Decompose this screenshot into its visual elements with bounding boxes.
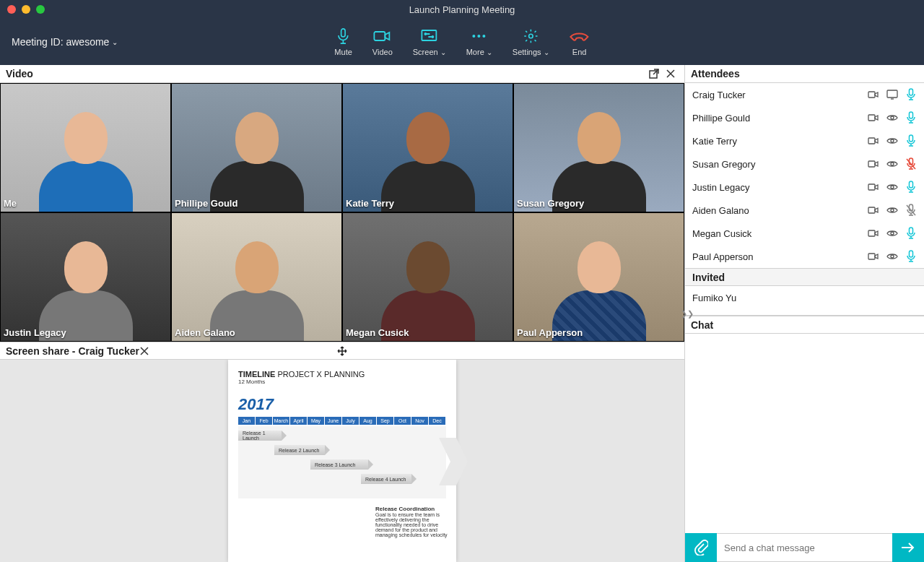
screen-icon[interactable] bbox=[886, 89, 898, 100]
attendee-status-icons bbox=[868, 204, 917, 216]
svg-rect-19 bbox=[868, 161, 875, 167]
attendee-row[interactable]: Susan Gregory bbox=[685, 152, 924, 176]
chat-header: Chat bbox=[685, 316, 924, 334]
eye-icon[interactable] bbox=[886, 181, 898, 193]
popout-button[interactable] bbox=[645, 68, 663, 79]
more-label: More ⌄ bbox=[466, 48, 492, 56]
invited-row[interactable]: Fumiko Yu bbox=[685, 286, 924, 309]
slide-subtitle: 12 Months bbox=[238, 379, 446, 385]
tile-name: Susan Gregory bbox=[517, 198, 584, 209]
video-tile[interactable]: Me bbox=[0, 83, 171, 212]
attendee-status-icons bbox=[868, 181, 917, 193]
video-tile[interactable]: Justin Legacy bbox=[0, 212, 171, 342]
camera-icon[interactable] bbox=[868, 135, 879, 147]
eye-icon[interactable] bbox=[886, 228, 898, 239]
eye-icon[interactable] bbox=[886, 112, 898, 124]
arrow-right-icon bbox=[900, 541, 916, 554]
eye-icon[interactable] bbox=[886, 204, 898, 216]
video-tile[interactable]: Susan Gregory bbox=[513, 83, 684, 212]
video-button[interactable]: Video bbox=[372, 27, 393, 56]
svg-rect-0 bbox=[341, 29, 346, 37]
video-tile[interactable]: Aiden Galano bbox=[171, 212, 342, 342]
close-share-button[interactable] bbox=[139, 346, 149, 356]
camera-icon[interactable] bbox=[868, 181, 879, 193]
attendee-row[interactable]: Craig Tucker bbox=[685, 83, 924, 106]
attendee-name: Justin Legacy bbox=[692, 182, 868, 193]
attendees-header-label: Attendees bbox=[691, 68, 740, 79]
attach-button[interactable] bbox=[685, 533, 717, 562]
attendee-row[interactable]: Megan Cusick bbox=[685, 222, 924, 245]
invited-header-label: Invited bbox=[692, 272, 725, 283]
release-coordination-text: Release Coordination Goal is to ensure t… bbox=[375, 506, 455, 537]
attendee-row[interactable]: Paul Apperson bbox=[685, 245, 924, 268]
mic-on-icon[interactable] bbox=[905, 181, 917, 193]
camera-icon[interactable] bbox=[868, 228, 879, 239]
panel-splitter[interactable]: ❯❯ bbox=[681, 309, 694, 319]
attendee-name: Aiden Galano bbox=[692, 205, 868, 216]
svg-point-6 bbox=[478, 35, 481, 38]
camera-icon[interactable] bbox=[868, 112, 879, 124]
close-window-button[interactable] bbox=[7, 5, 16, 14]
attendee-status-icons bbox=[868, 89, 917, 100]
camera-icon[interactable] bbox=[868, 204, 879, 216]
month-cell: Dec bbox=[429, 417, 446, 425]
gear-icon bbox=[523, 27, 539, 45]
share-header-label: Screen share - Craig Tucker bbox=[6, 345, 139, 357]
send-button[interactable] bbox=[892, 533, 924, 562]
attendee-status-icons bbox=[868, 135, 917, 147]
tile-name: Katie Terry bbox=[346, 198, 394, 209]
video-tile[interactable]: Phillipe Gould bbox=[171, 83, 342, 212]
mic-muted-icon[interactable] bbox=[905, 204, 917, 216]
svg-rect-33 bbox=[910, 251, 913, 257]
gantt-bar: Release 2 Launch bbox=[274, 445, 325, 455]
month-cell: Oct bbox=[394, 417, 411, 425]
more-button[interactable]: More ⌄ bbox=[466, 27, 492, 56]
shared-slide: TIMELINE PROJECT X PLANNING 12 Months 20… bbox=[228, 360, 456, 562]
video-tile[interactable]: Katie Terry bbox=[342, 83, 513, 212]
mic-on-icon[interactable] bbox=[905, 228, 917, 239]
mic-on-icon[interactable] bbox=[905, 135, 917, 147]
video-grid: Me Phillipe Gould Katie Terry Susan Greg… bbox=[0, 83, 684, 342]
attendee-row[interactable]: Phillipe Gould bbox=[685, 106, 924, 129]
slide-year: 2017 bbox=[238, 395, 446, 414]
meeting-id-dropdown[interactable]: Meeting ID: awesome ⌄ bbox=[12, 36, 118, 48]
close-section-button[interactable] bbox=[663, 69, 679, 79]
attendee-row[interactable]: Katie Terry bbox=[685, 129, 924, 152]
minimize-window-button[interactable] bbox=[22, 5, 30, 14]
attendee-row[interactable]: Justin Legacy bbox=[685, 176, 924, 199]
settings-button[interactable]: Settings ⌄ bbox=[513, 27, 549, 56]
attendee-name: Megan Cusick bbox=[692, 228, 868, 239]
tile-name: Paul Apperson bbox=[517, 327, 583, 338]
end-call-button[interactable]: End bbox=[570, 27, 590, 56]
camera-icon[interactable] bbox=[868, 158, 879, 170]
attendees-header: Attendees bbox=[685, 65, 924, 83]
screen-share-button[interactable]: Screen ⌄ bbox=[413, 27, 446, 56]
more-icon bbox=[471, 27, 488, 45]
move-handle-icon[interactable] bbox=[337, 346, 347, 356]
mic-on-icon[interactable] bbox=[905, 89, 917, 100]
eye-icon[interactable] bbox=[886, 158, 898, 170]
gantt-bar: Release 3 Launch bbox=[310, 459, 368, 470]
chat-input[interactable] bbox=[717, 533, 892, 562]
mute-button[interactable]: Mute bbox=[334, 27, 352, 56]
mic-on-icon[interactable] bbox=[905, 112, 917, 124]
month-cell: June bbox=[325, 417, 342, 425]
svg-rect-28 bbox=[868, 230, 875, 236]
attendee-status-icons bbox=[868, 112, 917, 124]
eye-icon[interactable] bbox=[886, 135, 898, 147]
svg-point-32 bbox=[891, 255, 894, 258]
camera-icon[interactable] bbox=[868, 89, 879, 100]
fullscreen-window-button[interactable] bbox=[36, 5, 45, 14]
svg-point-20 bbox=[891, 163, 894, 165]
paperclip-icon bbox=[694, 540, 708, 555]
slide-title-rest: PROJECT X PLANNING bbox=[275, 370, 365, 379]
eye-icon[interactable] bbox=[886, 251, 898, 262]
attendee-row[interactable]: Aiden Galano bbox=[685, 199, 924, 222]
camera-icon[interactable] bbox=[868, 251, 879, 262]
mic-off-icon[interactable] bbox=[905, 158, 917, 170]
svg-point-26 bbox=[891, 209, 894, 212]
mic-on-icon[interactable] bbox=[905, 251, 917, 262]
video-tile[interactable]: Paul Apperson bbox=[513, 212, 684, 342]
video-header-label: Video bbox=[6, 68, 33, 79]
video-tile[interactable]: Megan Cusick bbox=[342, 212, 513, 342]
